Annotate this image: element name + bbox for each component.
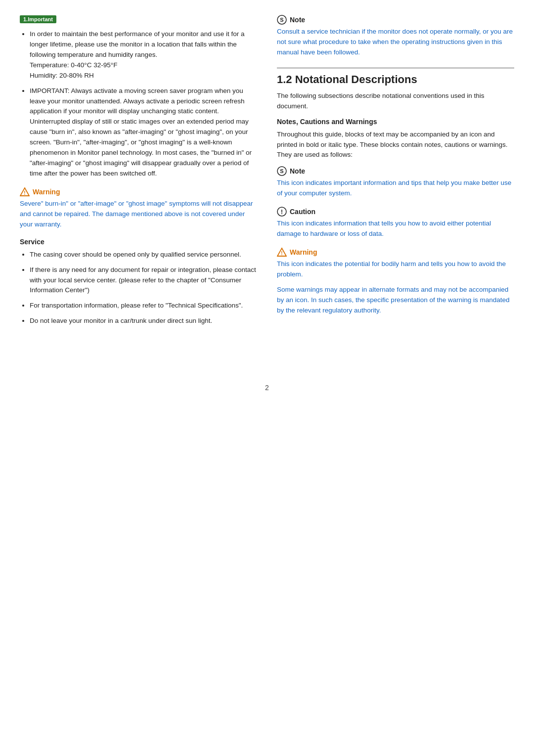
warning-text-left: Severe" burn-in" or "after-image" or "gh…: [20, 199, 257, 230]
section-label: 1.Important: [20, 15, 56, 23]
note-block-top: S Note Consult a service technician if t…: [277, 15, 514, 58]
warning-block-left: ! Warning Severe" burn-in" or "after-ima…: [20, 187, 257, 230]
note-title-right: S Note: [277, 166, 514, 176]
list-item: In order to maintain the best performanc…: [30, 29, 257, 81]
service-item: If there is any need for any document fo…: [30, 265, 257, 296]
note-title-top: S Note: [277, 15, 514, 25]
warning-block-right: ! Warning This icon indicates the potent…: [277, 247, 514, 316]
service-title: Service: [20, 238, 257, 246]
warning-icon-left: !: [20, 187, 30, 197]
svg-text:!: !: [281, 251, 282, 256]
service-item: Do not leave your monitor in a car/trunk…: [30, 316, 257, 326]
right-column: S Note Consult a service technician if t…: [277, 15, 514, 334]
note-text-top: Consult a service technician if the moni…: [277, 27, 514, 58]
warning-icon-right: !: [277, 247, 287, 257]
svg-text:!: !: [24, 190, 25, 195]
note-text-right: This icon indicates important informatio…: [277, 178, 514, 199]
section-heading-1-2: 1.2 Notational Descriptions: [277, 68, 514, 86]
caution-block-right: ! Caution This icon indicates informatio…: [277, 207, 514, 239]
intro-text: The following subsections describe notat…: [277, 91, 514, 112]
service-item: For transportation information, please r…: [30, 301, 257, 311]
page-number: 2: [0, 384, 534, 392]
service-item: The casing cover should be opened only b…: [30, 250, 257, 260]
important-list: In order to maintain the best performanc…: [30, 29, 257, 179]
svg-text:S: S: [280, 17, 283, 23]
sub-intro-text: Throughout this guide, blocks of text ma…: [277, 130, 514, 161]
note-icon-right: S: [277, 166, 287, 176]
warning-text2-right: Some warnings may appear in alternate fo…: [277, 285, 514, 316]
caution-icon-right: !: [277, 207, 287, 217]
list-item: IMPORTANT: Always activate a moving scre…: [30, 86, 257, 179]
warning-title-right: ! Warning: [277, 247, 514, 257]
caution-title-right: ! Caution: [277, 207, 514, 217]
svg-text:S: S: [280, 168, 283, 174]
left-column: 1.Important In order to maintain the bes…: [20, 15, 257, 334]
caution-text-right: This icon indicates information that tel…: [277, 219, 514, 239]
note-block-right: S Note This icon indicates important inf…: [277, 166, 514, 199]
warning-title-left: ! Warning: [20, 187, 257, 197]
sub-heading-notes: Notes, Cautions and Warnings: [277, 118, 514, 126]
note-icon-top: S: [277, 15, 287, 25]
svg-text:!: !: [281, 209, 283, 216]
warning-text1-right: This icon indicates the potential for bo…: [277, 259, 514, 280]
service-list: The casing cover should be opened only b…: [30, 250, 257, 327]
